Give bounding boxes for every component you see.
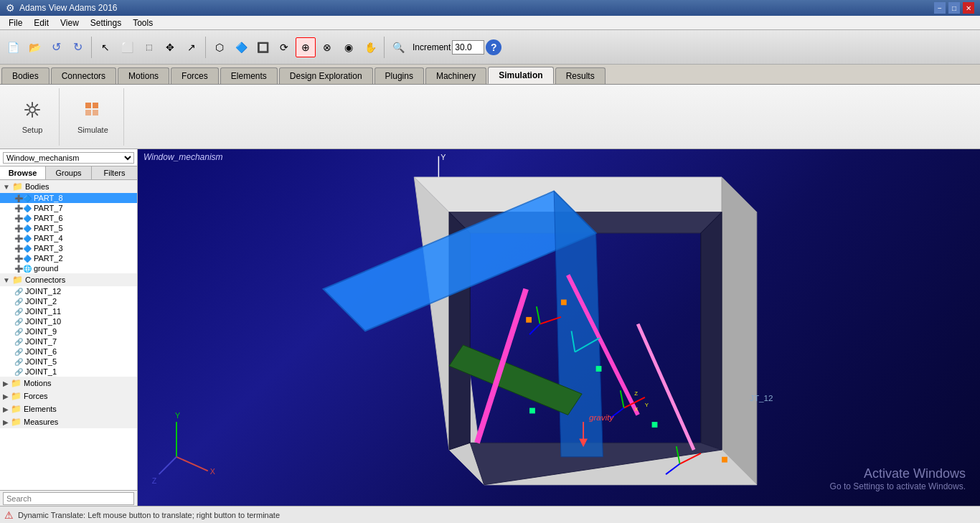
joint10-label: JOINT_10: [25, 317, 61, 326]
tree-item-joint5[interactable]: 🔗 JOINT_5: [0, 357, 137, 367]
tree-item-part6[interactable]: ➕🔷 PART_6: [0, 213, 137, 223]
svg-text:Z: Z: [634, 390, 638, 397]
tree-item-part8[interactable]: ➕🔷 PART_8: [0, 193, 137, 203]
menu-settings[interactable]: Settings: [85, 17, 127, 29]
part3-icon: ➕🔷: [14, 245, 32, 253]
svg-line-20: [638, 324, 694, 450]
panel-tab-browse[interactable]: Browse: [0, 166, 46, 179]
status-icon: ⚠: [4, 509, 14, 521]
toolbar-spring[interactable]: ⟳: [274, 37, 294, 57]
tree-section-forces: ▶ 📁 Forces: [0, 390, 137, 402]
setup-label: Setup: [22, 126, 43, 134]
tab-motions[interactable]: Motions: [118, 67, 169, 84]
joint7-icon: 🔗: [14, 338, 23, 346]
ribbon-btn-setup[interactable]: Setup: [14, 96, 50, 138]
panel-tab-filters[interactable]: Filters: [92, 166, 137, 179]
svg-rect-3: [85, 110, 91, 116]
tab-results[interactable]: Results: [555, 67, 606, 84]
toolbar-rotate[interactable]: ↗: [182, 37, 202, 57]
svg-rect-4: [93, 110, 98, 116]
svg-text:Z: Z: [152, 476, 157, 485]
svg-marker-7: [414, 177, 757, 212]
tab-bodies[interactable]: Bodies: [1, 67, 50, 84]
toolbar-redo[interactable]: ↻: [67, 37, 88, 57]
tree-item-joint11[interactable]: 🔗 JOINT_11: [0, 306, 137, 316]
part8-label: PART_8: [34, 194, 63, 202]
app-logo: ⚙: [6, 2, 15, 14]
increment-input[interactable]: [452, 40, 484, 55]
toolbar-select[interactable]: ↖: [95, 37, 116, 57]
tree-item-part3[interactable]: ➕🔷 PART_3: [0, 243, 137, 253]
tree-section-header-bodies[interactable]: ▼ 📁 Bodies: [0, 180, 137, 193]
minimize-button[interactable]: −: [934, 2, 946, 14]
tree-item-joint6[interactable]: 🔗 JOINT_6: [0, 347, 137, 357]
folder-forces-icon: 📁: [11, 391, 22, 401]
toolbar-new[interactable]: 📄: [3, 37, 23, 57]
maximize-button[interactable]: □: [948, 2, 960, 14]
svg-text:Y: Y: [175, 411, 180, 420]
title-bar: ⚙ Adams View Adams 2016 − □ ✕: [0, 0, 980, 16]
tree-section-header-elements[interactable]: ▶ 📁 Elements: [0, 402, 137, 415]
toolbar-undo[interactable]: ↺: [46, 37, 66, 57]
viewport[interactable]: Window_mechanism Y: [138, 149, 980, 506]
toolbar-script[interactable]: ◉: [339, 37, 359, 57]
toolbar-measure[interactable]: ⊗: [317, 37, 337, 57]
search-input[interactable]: [3, 492, 134, 505]
toolbar-motion[interactable]: 🔲: [253, 37, 273, 57]
svg-rect-37: [529, 408, 535, 414]
panel-tab-groups[interactable]: Groups: [46, 166, 92, 179]
toolbar-select2[interactable]: ⬚: [138, 37, 159, 57]
svg-text:X: X: [634, 406, 639, 413]
toolbar-simulate[interactable]: ⊕: [296, 37, 316, 57]
menu-file[interactable]: File: [3, 17, 28, 29]
toolbar-connector[interactable]: 🔷: [231, 37, 251, 57]
tree-section-header-measures[interactable]: ▶ 📁 Measures: [0, 415, 137, 428]
tree-container[interactable]: ▼ 📁 Bodies ➕🔷 PART_8 ➕🔷 PART_7 ➕🔷 PART_6: [0, 180, 137, 490]
tree-item-joint9[interactable]: 🔗 JOINT_9: [0, 326, 137, 336]
menu-view[interactable]: View: [55, 17, 85, 29]
tree-item-part7[interactable]: ➕🔷 PART_7: [0, 203, 137, 213]
toolbar-body[interactable]: ⬡: [209, 37, 230, 57]
expand-connectors-icon: ▼: [3, 276, 10, 284]
panel-tabs: Browse Groups Filters: [0, 166, 137, 180]
part8-icon: ➕🔷: [14, 194, 32, 202]
tree-item-ground[interactable]: ➕🌐 ground: [0, 263, 137, 273]
tab-elements[interactable]: Elements: [220, 67, 278, 84]
tab-machinery[interactable]: Machinery: [425, 67, 486, 84]
tree-section-header-forces[interactable]: ▶ 📁 Forces: [0, 390, 137, 402]
tab-forces[interactable]: Forces: [171, 67, 219, 84]
toolbar-move[interactable]: ✥: [160, 37, 180, 57]
part6-icon: ➕🔷: [14, 215, 32, 222]
tab-design-exploration[interactable]: Design Exploration: [279, 67, 373, 84]
tree-item-part5[interactable]: ➕🔷 PART_5: [0, 223, 137, 233]
toolbar-open[interactable]: 📂: [24, 37, 44, 57]
tab-plugins[interactable]: Plugins: [374, 67, 424, 84]
folder-motions-icon: 📁: [11, 378, 22, 388]
close-button[interactable]: ✕: [963, 2, 974, 14]
connectors-label: Connectors: [25, 275, 65, 284]
folder-measures-icon: 📁: [11, 417, 22, 427]
toolbar-help[interactable]: ?: [486, 39, 501, 55]
tree-section-header-motions[interactable]: ▶ 📁 Motions: [0, 377, 137, 390]
model-select[interactable]: Window_mechanism: [3, 152, 134, 164]
tab-simulation[interactable]: Simulation: [488, 67, 553, 84]
toolbar-box-select[interactable]: ⬜: [117, 37, 137, 57]
toolbar-zoom[interactable]: 🔍: [388, 37, 408, 57]
ribbon-btn-simulate[interactable]: Simulate: [71, 96, 115, 138]
tree-item-joint2[interactable]: 🔗 JOINT_2: [0, 296, 137, 306]
tree-section-connectors: ▼ 📁 Connectors 🔗 JOINT_12 🔗 JOINT_2 🔗 JO…: [0, 273, 137, 377]
tree-item-part4[interactable]: ➕🔷 PART_4: [0, 233, 137, 243]
tree-item-joint1[interactable]: 🔗 JOINT_1: [0, 367, 137, 377]
toolbar-sep1: [91, 37, 92, 58]
toolbar-pan[interactable]: ✋: [360, 37, 380, 57]
tree-item-part2[interactable]: ➕🔷 PART_2: [0, 253, 137, 263]
tree-item-joint7[interactable]: 🔗 JOINT_7: [0, 336, 137, 347]
menu-tools[interactable]: Tools: [127, 17, 159, 29]
tree-item-joint10[interactable]: 🔗 JOINT_10: [0, 316, 137, 326]
tree-item-joint12[interactable]: 🔗 JOINT_12: [0, 286, 137, 296]
search-bar: [0, 490, 137, 506]
menu-edit[interactable]: Edit: [28, 17, 55, 29]
tree-section-header-connectors[interactable]: ▼ 📁 Connectors: [0, 273, 137, 286]
tab-connectors[interactable]: Connectors: [51, 67, 116, 84]
status-bar: ⚠ Dynamic Translate: Left mouse button t…: [0, 506, 980, 523]
